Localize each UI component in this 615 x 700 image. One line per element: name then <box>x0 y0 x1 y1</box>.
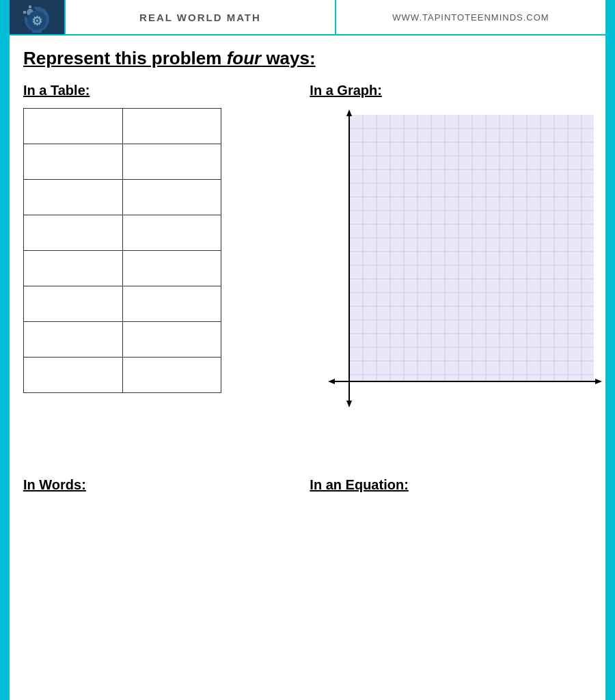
table-cell <box>24 358 123 393</box>
svg-rect-10 <box>349 115 594 381</box>
header-title-section: REAL WORLD MATH <box>64 0 336 34</box>
graph-container <box>310 108 603 443</box>
data-table <box>23 108 221 393</box>
table-row <box>24 286 221 322</box>
table-cell <box>122 286 221 322</box>
heading-prefix: Represent this problem <box>23 48 227 68</box>
table-cell <box>24 109 123 144</box>
table-cell <box>24 180 123 215</box>
table-cell <box>24 215 123 251</box>
svg-marker-50 <box>346 401 352 407</box>
table-row <box>24 144 221 180</box>
main-heading: Represent this problem four ways: <box>23 48 592 69</box>
top-two-col: In a Table: <box>10 76 605 443</box>
heading-italic: four <box>227 48 262 68</box>
svg-rect-3 <box>29 5 31 8</box>
table-row <box>24 109 221 144</box>
table-cell <box>122 358 221 393</box>
table-cell <box>24 322 123 358</box>
table-cell <box>122 251 221 286</box>
table-cell <box>122 322 221 358</box>
table-row <box>24 180 221 215</box>
table-cell <box>24 144 123 180</box>
logo-icon: ⚙ <box>16 1 57 33</box>
svg-marker-51 <box>595 379 602 384</box>
table-row <box>24 251 221 286</box>
table-column: In a Table: <box>23 83 296 443</box>
svg-marker-49 <box>346 109 352 116</box>
table-row <box>24 358 221 393</box>
words-column: In Words: <box>23 477 296 502</box>
table-label: In a Table: <box>23 83 296 98</box>
graph-label: In a Graph: <box>310 83 603 98</box>
graph-column: In a Graph: <box>296 83 603 443</box>
table-cell <box>122 215 221 251</box>
header-website-section: WWW.TAPINTOTEENMINDS.COM <box>336 0 605 34</box>
main-heading-area: Represent this problem four ways: <box>10 36 605 76</box>
equation-column: In an Equation: <box>296 477 592 502</box>
header: ⚙ REAL WORLD MATH WWW.TAPINTOTEENMINDS.C… <box>10 0 605 36</box>
right-border <box>605 0 615 700</box>
equation-label: In an Equation: <box>310 477 592 493</box>
svg-rect-7 <box>32 30 42 33</box>
graph-svg <box>310 108 603 443</box>
svg-marker-52 <box>328 379 335 384</box>
heading-suffix: ways: <box>261 48 316 68</box>
logo-area: ⚙ <box>10 0 64 34</box>
header-title: REAL WORLD MATH <box>139 12 261 23</box>
bottom-two-col: In Words: In an Equation: <box>10 457 605 516</box>
svg-text:⚙: ⚙ <box>31 14 42 28</box>
table-row <box>24 322 221 358</box>
table-cell <box>122 180 221 215</box>
header-website: WWW.TAPINTOTEENMINDS.COM <box>392 12 549 23</box>
svg-rect-5 <box>23 11 26 14</box>
table-cell <box>122 144 221 180</box>
table-cell <box>24 251 123 286</box>
table-cell <box>122 109 221 144</box>
words-label: In Words: <box>23 477 296 493</box>
left-border <box>0 0 10 700</box>
table-cell <box>24 286 123 322</box>
table-row <box>24 215 221 251</box>
